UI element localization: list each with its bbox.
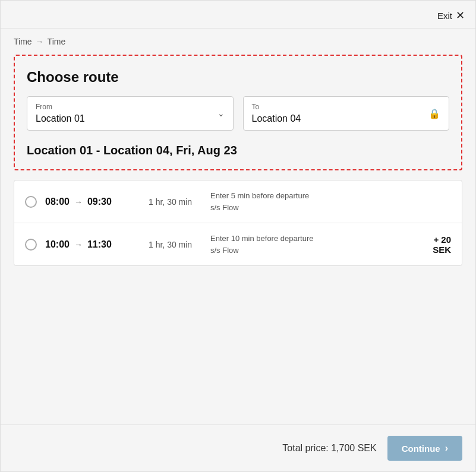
trip-arrow-icon-1: → <box>74 197 83 207</box>
trip-info-line1-1: Enter 5 min before departure <box>210 190 451 202</box>
total-price: Total price: 1,700 SEK <box>282 443 376 454</box>
breadcrumb-arrow-icon: → <box>36 37 44 46</box>
exit-label: Exit <box>437 11 452 21</box>
to-value: Location 04 <box>252 113 441 124</box>
breadcrumb-step2: Time <box>48 37 66 46</box>
header: Exit ✕ <box>1 1 475 28</box>
to-label: To <box>252 103 441 111</box>
choose-route-title: Choose route <box>27 69 449 85</box>
trip-times-2: 10:00 → 11:30 <box>45 239 140 250</box>
from-selector[interactable]: From Location 01 ⌄ <box>27 96 234 131</box>
trip-surcharge-2: + 20SEK <box>433 235 451 255</box>
trip-info-line1-2: Enter 10 min before departure <box>210 233 424 245</box>
trip-info-2: Enter 10 min before departure s/s Flow <box>210 233 424 256</box>
trips-list: 08:00 → 09:30 1 hr, 30 min Enter 5 min b… <box>14 180 462 266</box>
arrive-time-1: 09:30 <box>87 197 112 207</box>
trip-info-line2-2: s/s Flow <box>210 245 424 256</box>
route-date-title: Location 01 - Location 04, Fri, Aug 23 <box>27 144 449 157</box>
continue-label: Continue <box>402 444 440 454</box>
trip-info-1: Enter 5 min before departure s/s Flow <box>210 190 451 213</box>
continue-button[interactable]: Continue › <box>387 436 462 461</box>
main-content: Choose route From Location 01 ⌄ To Locat… <box>1 55 475 425</box>
choose-route-box: Choose route From Location 01 ⌄ To Locat… <box>14 55 462 170</box>
depart-time-2: 10:00 <box>45 239 70 250</box>
exit-button[interactable]: Exit ✕ <box>437 9 465 22</box>
from-label: From <box>36 103 225 111</box>
table-row[interactable]: 10:00 → 11:30 1 hr, 30 min Enter 10 min … <box>14 223 462 265</box>
trip-radio-1[interactable] <box>25 196 37 208</box>
trip-info-line2-1: s/s Flow <box>210 202 451 214</box>
trip-duration-1: 1 hr, 30 min <box>149 197 202 207</box>
close-icon: ✕ <box>456 9 465 22</box>
lock-icon: 🔒 <box>428 108 440 119</box>
modal-container: Exit ✕ Time → Time Choose route From Loc… <box>0 0 476 472</box>
trip-times-1: 08:00 → 09:30 <box>45 197 140 207</box>
breadcrumb-step1: Time <box>14 37 32 46</box>
to-selector: To Location 04 🔒 <box>243 96 450 131</box>
footer: Total price: 1,700 SEK Continue › <box>1 425 475 471</box>
trip-arrow-icon-2: → <box>74 240 83 249</box>
breadcrumb: Time → Time <box>1 28 475 55</box>
arrive-time-2: 11:30 <box>87 239 112 250</box>
continue-arrow-icon: › <box>445 443 448 454</box>
depart-time-1: 08:00 <box>45 197 70 207</box>
chevron-down-icon: ⌄ <box>217 109 225 118</box>
trip-duration-2: 1 hr, 30 min <box>149 240 202 249</box>
from-value: Location 01 <box>36 113 225 124</box>
route-selectors: From Location 01 ⌄ To Location 04 🔒 <box>27 96 449 131</box>
trip-radio-2[interactable] <box>25 239 37 251</box>
table-row[interactable]: 08:00 → 09:30 1 hr, 30 min Enter 5 min b… <box>14 180 462 223</box>
